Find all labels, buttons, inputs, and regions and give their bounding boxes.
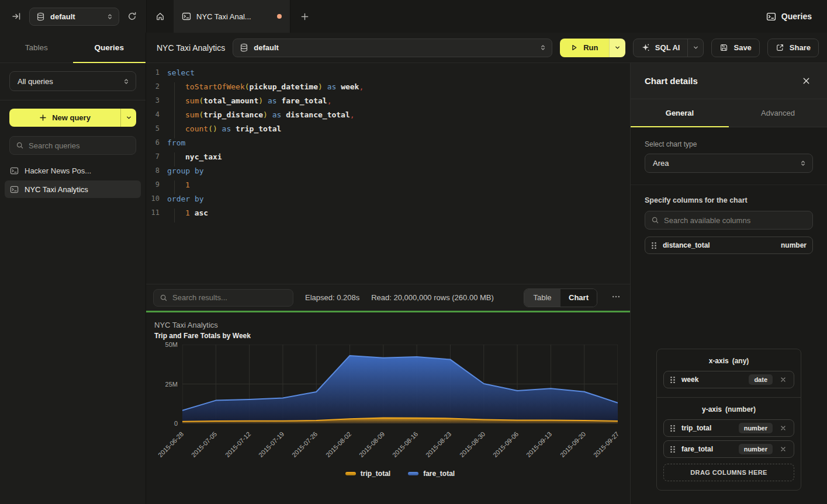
column-chip-fare_total[interactable]: fare_totalnumber bbox=[663, 440, 794, 458]
read-stat: Read: 20,000,000 rows (260.00 MB) bbox=[371, 293, 494, 302]
code-text: toStartOfWeek(pickup_datetime) as week, bbox=[167, 82, 364, 96]
drag-handle-icon bbox=[651, 242, 657, 249]
indent-guide bbox=[167, 110, 185, 124]
line-number: 11 bbox=[146, 208, 167, 223]
chart-title: NYC Taxi Analytics bbox=[154, 319, 630, 331]
new-query-caret[interactable] bbox=[120, 109, 136, 127]
code-token: 1 bbox=[185, 180, 190, 189]
sidebar-tab-queries[interactable]: Queries bbox=[73, 33, 146, 62]
query-list-item-label: Hacker News Pos... bbox=[25, 166, 91, 175]
collapse-sidebar-button[interactable] bbox=[9, 9, 23, 23]
run-button-label: Run bbox=[583, 43, 598, 52]
top-bar-left: default bbox=[0, 0, 146, 33]
code-line: 7nyc_taxi bbox=[146, 152, 630, 166]
database-selector[interactable]: default bbox=[29, 8, 119, 26]
chart-details-tab-advanced[interactable]: Advanced bbox=[729, 99, 827, 127]
new-query-button[interactable]: New query bbox=[9, 109, 136, 127]
column-chip-trip_total[interactable]: trip_totalnumber bbox=[663, 419, 794, 437]
column-chip-distance_total[interactable]: distance_totalnumber bbox=[645, 237, 813, 254]
search-results-input[interactable] bbox=[172, 293, 287, 302]
x-axis-chips: weekdate bbox=[663, 371, 794, 388]
x-axis-title: x-axis bbox=[709, 357, 729, 365]
drag-handle-icon bbox=[670, 376, 676, 384]
query-title: NYC Taxi Analytics bbox=[157, 43, 225, 53]
sql-editor[interactable]: 1select2toStartOfWeek(pickup_datetime) a… bbox=[146, 63, 630, 284]
sidebar-tab-tables[interactable]: Tables bbox=[0, 33, 73, 62]
code-text: sum(trip_distance) as distance_total, bbox=[167, 110, 355, 124]
chart-details-title: Chart details bbox=[645, 76, 800, 86]
code-text: select bbox=[167, 68, 195, 82]
results-view-toggle: TableChart bbox=[524, 289, 597, 307]
close-icon bbox=[802, 77, 811, 85]
code-token: toStartOfWeek bbox=[185, 82, 245, 91]
indent-guide bbox=[167, 180, 185, 194]
terminal-icon bbox=[10, 185, 19, 194]
line-number: 1 bbox=[146, 68, 167, 82]
chart-x-axis-labels: 2015-06-282015-07-052015-07-122015-07-19… bbox=[182, 423, 618, 468]
queries-link[interactable]: Queries bbox=[766, 12, 812, 22]
new-tab-button[interactable] bbox=[290, 0, 319, 33]
search-columns-input[interactable] bbox=[664, 216, 807, 225]
code-token: order by bbox=[167, 194, 204, 203]
line-number: 3 bbox=[146, 96, 167, 110]
ellipsis-icon bbox=[611, 292, 621, 301]
code-token: week bbox=[341, 82, 359, 91]
sql-ai-caret[interactable] bbox=[687, 39, 703, 57]
results-bar: Elapsed: 0.208s Read: 20,000,000 rows (2… bbox=[146, 284, 630, 311]
chart-type-label: Select chart type bbox=[645, 140, 813, 148]
query-tab-nyc-taxi[interactable]: NYC Taxi Anal... bbox=[174, 0, 290, 33]
sql-ai-button[interactable]: SQL AI bbox=[633, 39, 704, 57]
remove-column-button[interactable] bbox=[778, 444, 788, 454]
refresh-button[interactable] bbox=[125, 9, 139, 23]
axes-card: x-axis (any) weekdate y-axis (number) bbox=[656, 349, 801, 491]
legend-item-trip_total[interactable]: trip_total bbox=[345, 470, 390, 478]
remove-column-button[interactable] bbox=[778, 375, 788, 384]
view-toggle-table[interactable]: Table bbox=[524, 289, 560, 307]
code-text: 1 asc bbox=[167, 208, 208, 223]
column-chip-week[interactable]: weekdate bbox=[663, 371, 794, 388]
view-toggle-chart[interactable]: Chart bbox=[560, 289, 597, 307]
query-list-item[interactable]: Hacker News Pos... bbox=[5, 162, 141, 179]
code-token: ( bbox=[245, 82, 250, 91]
refresh-icon bbox=[127, 12, 137, 21]
database-selector-value: default bbox=[50, 12, 101, 21]
run-options-caret[interactable] bbox=[609, 39, 625, 57]
sql-ai-label: SQL AI bbox=[655, 43, 680, 52]
close-panel-button[interactable] bbox=[800, 74, 813, 88]
results-more-button[interactable] bbox=[609, 291, 623, 304]
search-queries-input[interactable] bbox=[29, 141, 130, 150]
all-queries-select-value: All queries bbox=[18, 77, 123, 86]
code-token: () bbox=[208, 124, 217, 133]
sidebar-divider bbox=[0, 100, 146, 100]
remove-column-button[interactable] bbox=[778, 423, 788, 433]
line-number: 10 bbox=[146, 194, 167, 208]
home-tab-button[interactable] bbox=[147, 0, 174, 33]
chart-details-tab-general[interactable]: General bbox=[631, 99, 729, 127]
indent-guide bbox=[167, 96, 185, 110]
drag-columns-drop-zone[interactable]: DRAG COLUMNS HERE bbox=[663, 464, 794, 481]
code-text: 1 bbox=[167, 180, 190, 194]
query-list-item[interactable]: NYC Taxi Analytics bbox=[5, 180, 141, 198]
code-token: , bbox=[359, 82, 364, 91]
chevron-updown-icon bbox=[800, 159, 807, 167]
column-chip-name: week bbox=[681, 376, 743, 384]
y-axis-tick: 50M bbox=[152, 340, 178, 349]
all-queries-select[interactable]: All queries bbox=[9, 71, 136, 91]
section-divider bbox=[631, 185, 827, 185]
chart-type-select[interactable]: Area bbox=[645, 154, 813, 173]
save-button[interactable]: Save bbox=[711, 39, 759, 57]
run-database-selector[interactable]: default bbox=[233, 39, 552, 57]
code-token: fare_total bbox=[281, 96, 327, 105]
play-icon bbox=[570, 44, 578, 51]
chart-panel: NYC Taxi Analytics Trip and Fare Totals … bbox=[146, 312, 630, 504]
chart-type-value: Area bbox=[653, 159, 800, 168]
run-button[interactable]: Run bbox=[560, 39, 625, 57]
indent-guide bbox=[167, 208, 185, 223]
share-button[interactable]: Share bbox=[767, 39, 819, 57]
y-axis-title: y-axis bbox=[702, 405, 722, 413]
plus-icon bbox=[39, 114, 47, 121]
sidebar-search bbox=[9, 136, 136, 155]
main-content: NYC Taxi Analytics default Ru bbox=[146, 33, 827, 504]
code-token: as bbox=[323, 82, 341, 91]
code-token: count bbox=[185, 124, 208, 133]
